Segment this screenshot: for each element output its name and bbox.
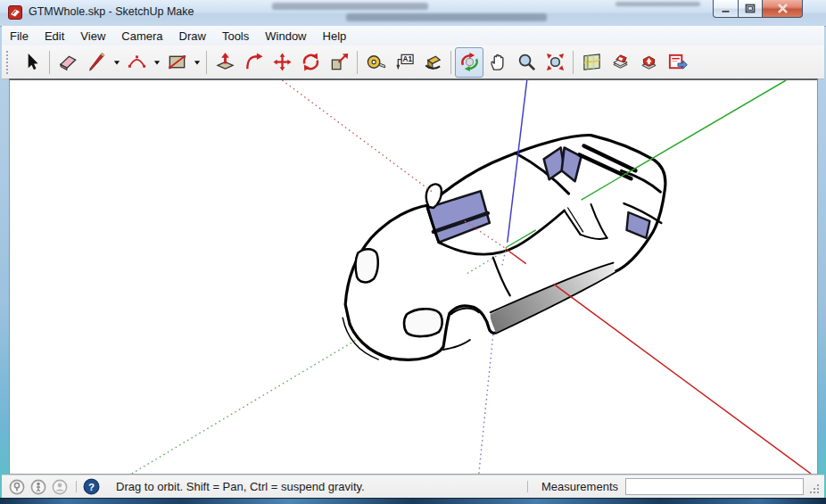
zoom-extents-icon: [545, 52, 566, 72]
avatar-icon: [52, 479, 68, 495]
add-location-tool-button[interactable]: [577, 47, 606, 78]
credits-button[interactable]: [30, 479, 46, 495]
arc-tool-button[interactable]: [122, 47, 151, 78]
minimize-icon: [721, 4, 731, 13]
orbit-tool-button[interactable]: [455, 47, 483, 78]
toolbar-separator: [450, 51, 451, 74]
tape-measure-tool-button[interactable]: [361, 47, 390, 78]
eraser-tool-button[interactable]: [54, 47, 82, 78]
arc-dropdown[interactable]: [151, 48, 162, 77]
text-icon: A1: [394, 52, 415, 72]
arc-icon: [127, 52, 147, 72]
titlebar: GTMWhole.skp - SketchUp Make: [0, 0, 826, 27]
share-model-tool-button[interactable]: [634, 47, 663, 78]
pan-tool-button[interactable]: [483, 47, 512, 78]
send-to-layout-tool-button[interactable]: [663, 47, 691, 78]
chevron-down-icon: [153, 58, 161, 67]
paint-bucket-tool-button[interactable]: [418, 47, 447, 78]
eraser-icon: [58, 52, 78, 72]
follow-me-tool-button[interactable]: [239, 47, 268, 78]
help-button[interactable]: ?: [83, 478, 100, 495]
status-hint: Drag to orbit. Shift = Pan, Ctrl = suspe…: [116, 480, 365, 493]
resize-grip[interactable]: [809, 483, 821, 495]
paint-bucket-icon: [423, 52, 443, 72]
share-model-icon: [639, 52, 659, 72]
titlebar-glass-artifact: [615, 2, 700, 6]
line-tool-button[interactable]: [82, 47, 111, 78]
maximize-icon: [745, 4, 756, 13]
menu-file[interactable]: File: [2, 28, 37, 45]
measurements-label: Measurements: [541, 480, 618, 493]
follow-me-icon: [244, 52, 264, 72]
titlebar-glass-artifact: [346, 13, 547, 21]
select-icon: [21, 52, 42, 72]
text-tool-button[interactable]: A1: [390, 47, 418, 78]
menubar: File Edit View Camera Draw Tools Window …: [2, 26, 824, 46]
add-location-icon: [582, 52, 602, 72]
menu-help[interactable]: Help: [315, 28, 355, 45]
menu-draw[interactable]: Draw: [171, 28, 214, 45]
person-icon: [30, 479, 46, 495]
svg-text:A1: A1: [402, 55, 412, 63]
rectangle-tool-button[interactable]: [162, 47, 191, 78]
toolbar-grip-handle[interactable]: [6, 51, 8, 74]
window-bottom-border: [0, 498, 826, 504]
line-dropdown[interactable]: [111, 48, 122, 77]
menu-tools[interactable]: Tools: [214, 28, 257, 45]
menu-window[interactable]: Window: [257, 28, 314, 45]
pan-icon: [488, 52, 508, 72]
scale-icon: [329, 52, 350, 72]
red-axis-dotted: [282, 80, 434, 193]
send-to-layout-icon: [667, 52, 688, 72]
zoom-extents-tool-button[interactable]: [541, 47, 569, 78]
menu-camera[interactable]: Camera: [113, 28, 170, 45]
get-models-icon: [610, 52, 631, 72]
toolbar-separator: [573, 51, 574, 74]
svg-text:?: ?: [88, 482, 95, 492]
move-tool-button[interactable]: [268, 47, 296, 78]
close-icon: [777, 4, 789, 13]
orbit-icon: [459, 52, 480, 72]
titlebar-glass-artifact: [272, 3, 428, 10]
green-axis-dotted: [132, 339, 358, 474]
sketchup-logo-icon: [8, 5, 22, 20]
modeling-viewport[interactable]: [9, 78, 818, 475]
statusbar: ? Drag to orbit. Shift = Pan, Ctrl = sus…: [2, 475, 824, 498]
scale-tool-button[interactable]: [325, 47, 353, 78]
window-title: GTMWhole.skp - SketchUp Make: [29, 5, 194, 18]
line-icon: [87, 52, 107, 72]
red-axis: [554, 284, 811, 474]
minimize-button[interactable]: [713, 0, 739, 18]
chevron-down-icon: [112, 58, 121, 67]
geolocation-button[interactable]: [9, 479, 25, 495]
rectangle-dropdown[interactable]: [191, 48, 202, 77]
sign-in-button[interactable]: [52, 479, 68, 495]
chevron-down-icon: [193, 58, 202, 67]
zoom-icon: [516, 52, 537, 72]
scene-canvas[interactable]: [10, 80, 817, 474]
green-axis: [626, 80, 786, 173]
help-icon: ?: [83, 478, 100, 495]
zoom-tool-button[interactable]: [512, 47, 541, 78]
rectangle-icon: [167, 52, 187, 72]
push-pull-tool-button[interactable]: [211, 47, 239, 78]
measurements-separator: [527, 481, 528, 492]
blue-axis-dotted: [479, 335, 493, 474]
toolbar-separator: [49, 51, 50, 74]
statusbar-separator: [76, 481, 77, 492]
tape-measure-icon: [366, 52, 386, 72]
measurements-input[interactable]: [625, 478, 804, 495]
sketchup-window: GTMWhole.skp - SketchUp Make File Edit V…: [0, 0, 826, 504]
toolbar-separator: [357, 51, 358, 74]
select-tool-button[interactable]: [17, 47, 45, 78]
push-pull-icon: [215, 52, 235, 72]
menu-edit[interactable]: Edit: [37, 28, 72, 45]
rotate-tool-button[interactable]: [296, 47, 325, 78]
maximize-button[interactable]: [739, 0, 763, 18]
menu-view[interactable]: View: [72, 28, 113, 45]
close-button[interactable]: [763, 0, 803, 18]
getting-started-toolbar: A1: [2, 45, 824, 79]
get-models-tool-button[interactable]: [606, 47, 634, 78]
toolbar-separator: [206, 51, 207, 74]
move-icon: [272, 52, 293, 72]
